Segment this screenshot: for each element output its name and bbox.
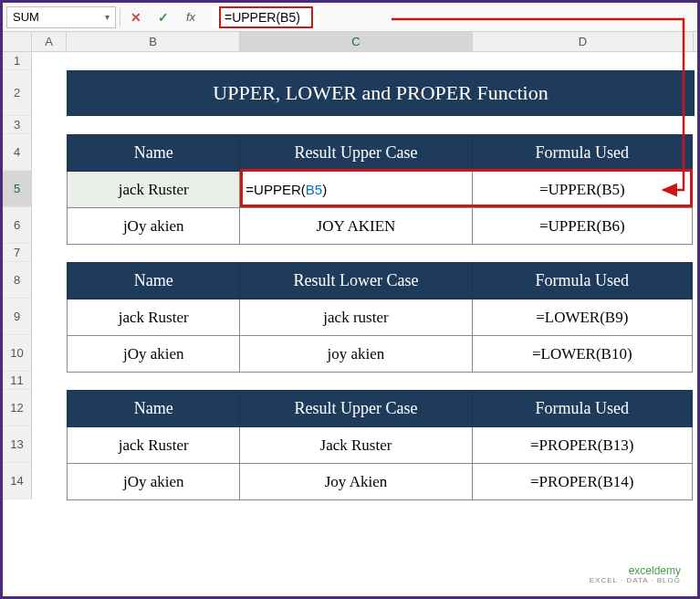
col-result: Result Upper Case xyxy=(240,135,472,172)
cell-D5[interactable]: =UPPER(B5) xyxy=(472,172,692,208)
cell-B14[interactable]: jOy akien xyxy=(68,464,240,500)
watermark-sub: EXCEL · DATA · BLOG xyxy=(590,577,681,585)
cell-B9[interactable]: jack Ruster xyxy=(68,300,240,336)
divider xyxy=(120,8,120,26)
col-result: Result Upper Case xyxy=(240,391,472,427)
column-header-C[interactable]: C xyxy=(240,32,473,51)
formula-input[interactable]: =UPPER(B5) xyxy=(212,6,320,28)
table-header-row: Name Result Lower Case Formula Used xyxy=(68,263,693,300)
col-name: Name xyxy=(68,135,240,172)
page-title: UPPER, LOWER and PROPER Function xyxy=(67,70,695,116)
col-formula: Formula Used xyxy=(472,263,692,300)
table-header-row: Name Result Upper Case Formula Used xyxy=(68,135,693,172)
cell-D6[interactable]: =UPPER(B6) xyxy=(472,208,692,245)
row-header-10[interactable]: 10 xyxy=(3,335,32,372)
col-result: Result Lower Case xyxy=(240,263,472,300)
cell-B6[interactable]: jOy akien xyxy=(68,208,240,245)
table-row: jOy akien Joy Akien =PROPER(B14) xyxy=(68,464,693,500)
row-header-6[interactable]: 6 xyxy=(3,207,32,244)
row-header-8[interactable]: 8 xyxy=(3,262,32,299)
cell-C9[interactable]: jack ruster xyxy=(240,300,472,336)
row-header-12[interactable]: 12 xyxy=(3,390,32,426)
cell-D10[interactable]: =LOWER(B10) xyxy=(472,336,692,373)
cell-C13[interactable]: Jack Ruster xyxy=(240,427,472,464)
cell-B10[interactable]: jOy akien xyxy=(68,336,240,373)
cell-C6[interactable]: JOY AKIEN xyxy=(240,208,472,245)
confirm-icon[interactable]: ✓ xyxy=(151,6,175,28)
col-formula: Formula Used xyxy=(472,135,692,172)
column-header-D[interactable]: D xyxy=(473,32,694,51)
col-formula: Formula Used xyxy=(472,391,692,427)
proper-table: Name Result Upper Case Formula Used jack… xyxy=(67,390,693,500)
col-name: Name xyxy=(68,391,240,427)
cancel-icon[interactable]: ✕ xyxy=(124,6,148,28)
table-row: jOy akien JOY AKIEN =UPPER(B6) xyxy=(68,208,693,245)
row-header-9[interactable]: 9 xyxy=(3,299,32,335)
upper-table: Name Result Upper Case Formula Used jack… xyxy=(67,134,693,245)
select-all-button[interactable] xyxy=(3,32,32,51)
formula-bar: SUM ▾ ✕ ✓ fx =UPPER(B5) xyxy=(3,3,697,32)
row-header-1[interactable]: 1 xyxy=(3,52,32,70)
row-headers: 1 2 3 4 5 6 7 8 9 10 11 12 13 14 xyxy=(3,52,32,499)
cell-D14[interactable]: =PROPER(B14) xyxy=(472,464,692,500)
column-header-B[interactable]: B xyxy=(67,32,240,51)
worksheet[interactable]: UPPER, LOWER and PROPER Function Name Re… xyxy=(32,52,694,499)
row-header-4[interactable]: 4 xyxy=(3,134,32,171)
formula-text: =UPPER(B5) xyxy=(219,6,313,28)
chevron-down-icon[interactable]: ▾ xyxy=(105,12,110,22)
row-header-5[interactable]: 5 xyxy=(3,171,32,207)
name-box[interactable]: SUM ▾ xyxy=(6,6,116,28)
cell-B5[interactable]: jack Ruster xyxy=(68,172,240,208)
column-header-A[interactable]: A xyxy=(32,32,67,51)
cell-D13[interactable]: =PROPER(B13) xyxy=(472,427,692,464)
name-box-value: SUM xyxy=(13,10,39,24)
grid-body: 1 2 3 4 5 6 7 8 9 10 11 12 13 14 UPPER, … xyxy=(3,52,697,499)
watermark: exceldemy EXCEL · DATA · BLOG xyxy=(590,565,681,585)
cell-C10[interactable]: joy akien xyxy=(240,336,472,373)
table-row: jack Ruster =UPPER(B5) =UPPER(B5) xyxy=(68,172,693,208)
row-header-11[interactable]: 11 xyxy=(3,372,32,390)
lower-table: Name Result Lower Case Formula Used jack… xyxy=(67,262,693,373)
table-row: jOy akien joy akien =LOWER(B10) xyxy=(68,336,693,373)
row-header-2[interactable]: 2 xyxy=(3,70,32,116)
column-headers: A B C D xyxy=(3,32,697,52)
cell-D9[interactable]: =LOWER(B9) xyxy=(472,300,692,336)
table-row: jack Ruster Jack Ruster =PROPER(B13) xyxy=(68,427,693,464)
row-header-3[interactable]: 3 xyxy=(3,116,32,134)
table-header-row: Name Result Upper Case Formula Used xyxy=(68,391,693,427)
row-header-13[interactable]: 13 xyxy=(3,426,32,463)
cell-C14[interactable]: Joy Akien xyxy=(240,464,472,500)
fx-icon[interactable]: fx xyxy=(179,6,203,28)
cell-C5-editing[interactable]: =UPPER(B5) xyxy=(240,172,472,208)
table-row: jack Ruster jack ruster =LOWER(B9) xyxy=(68,300,693,336)
row-header-14[interactable]: 14 xyxy=(3,463,32,499)
col-name: Name xyxy=(68,263,240,300)
row-header-7[interactable]: 7 xyxy=(3,244,32,262)
cell-B13[interactable]: jack Ruster xyxy=(68,427,240,464)
